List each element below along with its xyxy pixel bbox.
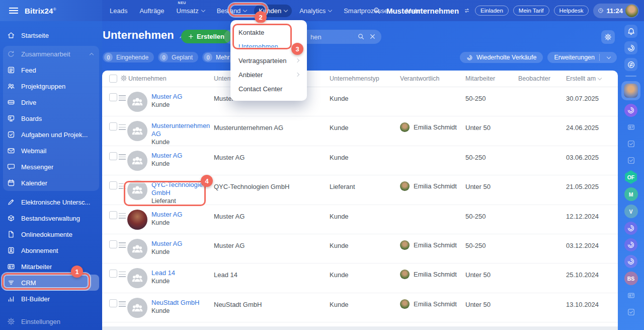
extensions-button[interactable]: Erweiterungen: [547, 52, 617, 63]
messenger-sync-icon[interactable]: [624, 58, 637, 71]
column-settings-icon[interactable]: [120, 75, 127, 82]
sidebar-item-messenger[interactable]: Messenger: [3, 159, 99, 175]
clear-search-icon[interactable]: [369, 33, 376, 40]
column-header-unternehmenstyp[interactable]: Unternehmenstyp: [330, 75, 379, 82]
sidebar-item-bestandsverwaltung[interactable]: Bestandsverwaltung: [3, 210, 99, 226]
table-row-muster-ag[interactable]: Muster AGKundeMuster AGKunde50-25003.06.…: [102, 146, 618, 175]
counter-chip-geplant[interactable]: 0Geplant: [158, 52, 198, 62]
tasks-icon[interactable]: [624, 154, 637, 167]
menu-item-contact-center[interactable]: Contact Center: [230, 82, 307, 96]
row-checkbox[interactable]: [109, 211, 117, 219]
strip-badge-of[interactable]: OF: [624, 170, 638, 184]
topnav-analytics[interactable]: Analytics: [295, 5, 336, 17]
view-settings-button[interactable]: [601, 30, 615, 44]
sidebar-item-onlinedokumente[interactable]: Onlinedokumente: [3, 226, 99, 242]
sidebar-item-zusammenarbeit[interactable]: Zusammenarbeit: [3, 46, 99, 62]
company-link[interactable]: Muster AG: [151, 152, 182, 159]
einladen-button[interactable]: Einladen: [475, 6, 509, 16]
topnav-auftr-ge[interactable]: Aufträge: [135, 5, 169, 17]
drag-handle[interactable]: [119, 95, 126, 101]
sidebar-item-elektronische-untersc[interactable]: Elektronische Untersc...: [3, 194, 99, 210]
company-link[interactable]: Lead 14: [151, 269, 175, 277]
topnav-kunden[interactable]: Kunden: [254, 5, 292, 17]
strip-badge-v[interactable]: V: [624, 205, 638, 218]
column-header-mitarbeiter[interactable]: Mitarbeiter: [465, 75, 495, 82]
drag-handle[interactable]: [119, 242, 126, 248]
repeated-sales-button[interactable]: Wiederholte Verkäufe: [460, 52, 543, 63]
search-icon[interactable]: [357, 33, 365, 40]
company-link[interactable]: Musterunternehmen AG: [151, 122, 210, 138]
mein-tarif-button[interactable]: Mein Tarif: [513, 6, 549, 16]
row-checkbox[interactable]: [109, 122, 117, 130]
tasks-icon[interactable]: [624, 305, 637, 318]
sidebar-item-drive[interactable]: Drive: [3, 94, 99, 110]
company-link[interactable]: Muster AG: [151, 211, 182, 218]
drag-handle[interactable]: [119, 213, 126, 219]
column-header-unternehmen[interactable]: Unternehmen: [128, 75, 167, 82]
horizontal-scrollbar[interactable]: [102, 326, 618, 330]
row-checkbox[interactable]: [109, 93, 117, 101]
strip-badge-m[interactable]: M: [624, 187, 638, 201]
logo[interactable]: Bitrix24®: [25, 7, 56, 15]
sidebar-item-feed[interactable]: Feed: [3, 62, 99, 78]
sidebar-item-kalender[interactable]: Kalender: [3, 175, 99, 191]
menu-item-unternehmen[interactable]: Unternehmen: [230, 39, 307, 53]
company-link[interactable]: QYC-Technologien GmbH: [151, 181, 206, 196]
notifications-icon[interactable]: [624, 25, 637, 38]
sidebar-item-crm[interactable]: CRM: [3, 275, 99, 291]
sidebar-item-startseite[interactable]: Startseite: [3, 28, 99, 43]
row-checkbox[interactable]: [109, 270, 117, 278]
table-row-muster-ag[interactable]: Muster AGKundeMuster AGKunde50-25012.12.…: [102, 205, 618, 234]
menu-item-kontakte[interactable]: Kontakte: [230, 25, 307, 39]
sidebar-item-bi-builder[interactable]: BI-Builder: [3, 291, 99, 307]
menu-item-anbieter[interactable]: Anbieter: [230, 68, 307, 82]
select-all-checkbox[interactable]: [109, 75, 117, 83]
user-avatar[interactable]: [625, 5, 638, 17]
copilot-icon[interactable]: [624, 104, 637, 117]
table-row-lead-14[interactable]: Lead 14KundeLead 14KundeEmilia SchmidtUn…: [102, 263, 618, 293]
helpdesk-button[interactable]: Helpdesk: [554, 6, 589, 16]
portal-name[interactable]: Musterunternehmen: [386, 7, 459, 15]
profile-avatar[interactable]: [621, 81, 640, 100]
row-checkbox[interactable]: [109, 152, 117, 160]
table-row-qyc-technologien-gmbh[interactable]: QYC-Technologien GmbHLieferantQYC-Techno…: [102, 175, 618, 205]
tasks-icon[interactable]: [624, 137, 637, 150]
drag-handle[interactable]: [119, 272, 126, 277]
sidebar-item-abonnement[interactable]: Abonnement: [3, 242, 99, 258]
column-header-beobachter[interactable]: Beobachter: [518, 75, 550, 82]
search-icon[interactable]: [373, 7, 381, 15]
drag-handle[interactable]: [119, 124, 126, 130]
table-row-muster-ag[interactable]: Muster AGKundeMuster AGKundeEmilia Schmi…: [102, 234, 618, 263]
row-checkbox[interactable]: [109, 299, 117, 307]
strip-badge-bs[interactable]: BS: [624, 272, 638, 285]
sidebar-item-boards[interactable]: Boards: [3, 110, 99, 126]
contact-card-icon[interactable]: [624, 120, 637, 134]
sidebar-item-webmail[interactable]: Webmail: [3, 143, 99, 159]
sidebar-item-mitarbeiter[interactable]: Mitarbeiter: [3, 258, 99, 275]
copilot-icon[interactable]: [624, 222, 637, 235]
counter-chip-eingehende[interactable]: 0Eingehende: [103, 52, 154, 62]
switch-portal-icon[interactable]: [463, 7, 470, 14]
drag-handle[interactable]: [119, 301, 126, 307]
topnav-bestand[interactable]: Bestand: [212, 5, 252, 17]
table-row-muster-ag[interactable]: Muster AGKundeMuster AGKunde50-25030.07.…: [102, 87, 618, 116]
sidebar-item-projektgruppen[interactable]: Projektgruppen: [3, 78, 99, 94]
drag-handle[interactable]: [119, 183, 126, 189]
company-link[interactable]: NeuStadt GmbH: [151, 299, 199, 306]
copilot-icon[interactable]: [624, 41, 637, 54]
sidebar-item-aufgaben-und-projek[interactable]: Aufgaben und Projek...: [3, 126, 99, 143]
column-header-erstellt-am[interactable]: Erstellt am: [566, 75, 601, 82]
topnav-leads[interactable]: Leads: [105, 5, 132, 17]
column-header-verantwortlich[interactable]: Verantwortlich: [400, 75, 440, 82]
sidebar-item-einstellungen[interactable]: Einstellungen: [3, 314, 99, 329]
menu-item-vertragsparteien[interactable]: Vertragsparteien: [230, 53, 307, 68]
contact-card-icon[interactable]: [624, 289, 637, 302]
copilot-icon[interactable]: [624, 238, 637, 251]
copilot-icon[interactable]: [624, 255, 637, 268]
row-checkbox[interactable]: [109, 181, 117, 189]
row-checkbox[interactable]: [109, 240, 117, 248]
table-row-neustadt-gmbh[interactable]: NeuStadt GmbHKundeNeuStadt GmbHKundeEmil…: [102, 293, 618, 322]
company-link[interactable]: Muster AG: [151, 93, 182, 100]
topnav-umsatz[interactable]: NEUUmsatz: [172, 5, 209, 17]
company-link[interactable]: Muster AG: [151, 240, 182, 247]
